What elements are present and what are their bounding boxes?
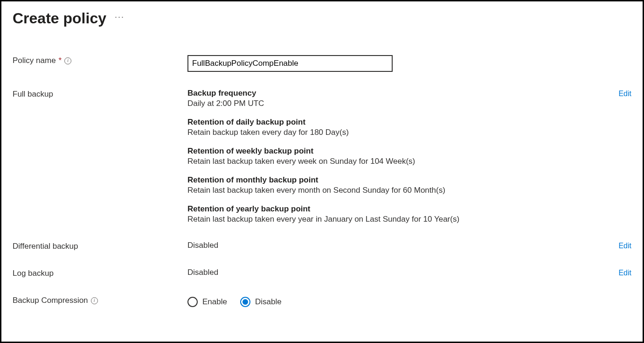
full-backup-summary: Backup frequency Daily at 2:00 PM UTC Re… — [187, 89, 603, 224]
weekly-retention-detail: Retain last backup taken every week on S… — [187, 157, 603, 166]
form-area: Policy name * i Full backup Backup frequ… — [13, 55, 631, 307]
header-row: Create policy ··· — [13, 10, 631, 27]
policy-name-label-text: Policy name — [13, 56, 56, 65]
policy-name-label: Policy name * i — [13, 55, 187, 65]
differential-backup-edit-link[interactable]: Edit — [603, 241, 631, 250]
required-marker: * — [59, 56, 62, 65]
weekly-retention-heading: Retention of weekly backup point — [187, 147, 603, 156]
more-menu-icon[interactable]: ··· — [115, 12, 125, 25]
monthly-retention-detail: Retain last backup taken every month on … — [187, 186, 603, 195]
yearly-retention-heading: Retention of yearly backup point — [187, 204, 603, 214]
compression-disable-radio[interactable]: Disable — [240, 297, 282, 307]
page-title: Create policy — [13, 10, 106, 27]
differential-backup-status: Disabled — [187, 241, 603, 250]
daily-retention-heading: Retention of daily backup point — [187, 118, 603, 127]
compression-radio-group: Enable Disable — [187, 295, 603, 307]
compression-disable-label: Disable — [255, 297, 282, 307]
differential-backup-label: Differential backup — [13, 241, 187, 251]
info-icon[interactable]: i — [64, 57, 71, 64]
info-icon[interactable]: i — [91, 297, 98, 304]
compression-label: Backup Compression i — [13, 295, 187, 305]
compression-enable-label: Enable — [202, 297, 227, 307]
yearly-retention-detail: Retain last backup taken every year in J… — [187, 215, 603, 224]
policy-name-input[interactable] — [187, 55, 393, 72]
compression-label-text: Backup Compression — [13, 296, 88, 305]
create-policy-panel: Create policy ··· Policy name * i Full b… — [0, 0, 644, 343]
full-backup-label: Full backup — [13, 89, 187, 99]
backup-frequency-heading: Backup frequency — [187, 89, 603, 98]
backup-frequency-detail: Daily at 2:00 PM UTC — [187, 99, 603, 108]
radio-icon — [187, 297, 198, 307]
monthly-retention-heading: Retention of monthly backup point — [187, 175, 603, 185]
log-backup-label: Log backup — [13, 268, 187, 278]
full-backup-edit-link[interactable]: Edit — [603, 89, 631, 98]
log-backup-edit-link[interactable]: Edit — [603, 268, 631, 277]
compression-enable-radio[interactable]: Enable — [187, 297, 227, 307]
daily-retention-detail: Retain backup taken every day for 180 Da… — [187, 128, 603, 137]
log-backup-status: Disabled — [187, 268, 603, 277]
radio-icon — [240, 297, 250, 307]
policy-name-value-cell — [187, 55, 603, 72]
